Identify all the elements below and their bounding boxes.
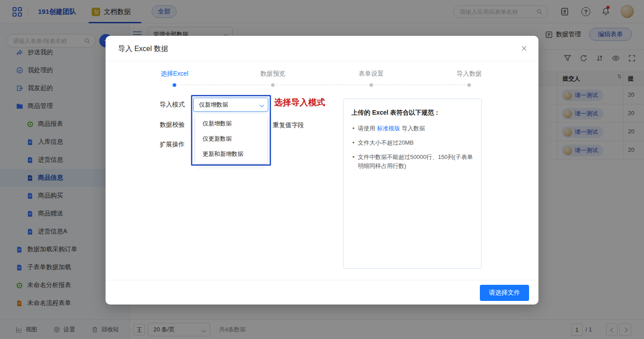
spec-text: 请使用 — [358, 125, 377, 132]
step-form-settings: 表单设置 — [359, 70, 384, 78]
step-select-excel: 选择Excel — [161, 70, 188, 78]
standard-template-link[interactable]: 标准模版 — [377, 125, 400, 132]
import-mode-label: 导入模式 — [160, 101, 185, 109]
step-dot — [369, 83, 373, 87]
data-check-text-fragment: 重复值字段 — [273, 121, 304, 129]
import-excel-modal: 导入 Excel 数据 选择Excel 数据预览 表单设置 导入数据 导入模式 … — [106, 36, 538, 305]
import-mode-value: 仅新增数据 — [199, 101, 228, 108]
choose-file-button[interactable]: 请选择文件 — [480, 285, 529, 301]
step-import-data: 导入数据 — [457, 70, 482, 78]
modal-header: 导入 Excel 数据 — [106, 36, 538, 61]
spec-item-filesize: 文件大小不超过20MB — [352, 138, 473, 147]
spec-item-limits: 文件中数据不能超过50000行、150列(子表单明细同样占用行数) — [352, 153, 473, 171]
spec-item-template: 请使用 标准模版 导入数据 — [352, 124, 473, 133]
stepper-line — [174, 85, 470, 85]
data-check-label: 数据校验 — [160, 121, 185, 129]
chevron-down-icon — [260, 103, 264, 107]
step-dot-active — [173, 83, 176, 87]
annotation-text: 选择导入模式 — [274, 97, 325, 108]
option-update-and-insert[interactable]: 更新和新增数据 — [195, 146, 267, 162]
close-icon[interactable] — [521, 45, 528, 52]
step-dot — [271, 83, 275, 87]
modal-footer: 请选择文件 — [106, 280, 538, 305]
import-mode-dropdown: 仅新增数据 仅更新数据 更新和新增数据 — [195, 114, 267, 163]
modal-title: 导入 Excel 数据 — [118, 36, 168, 61]
step-dot — [467, 83, 471, 87]
import-mode-select[interactable]: 仅新增数据 — [193, 98, 268, 112]
extend-ops-label: 扩展操作 — [160, 141, 185, 149]
specs-title: 上传的 Excel 表符合以下规范： — [352, 109, 473, 117]
option-update-only[interactable]: 仅更新数据 — [195, 131, 267, 146]
step-data-preview: 数据预览 — [260, 70, 285, 78]
upload-specs-panel: 上传的 Excel 表符合以下规范： 请使用 标准模版 导入数据 文件大小不超过… — [343, 99, 482, 269]
option-insert-only[interactable]: 仅新增数据 — [195, 116, 267, 131]
spec-text: 导入数据 — [400, 125, 425, 132]
